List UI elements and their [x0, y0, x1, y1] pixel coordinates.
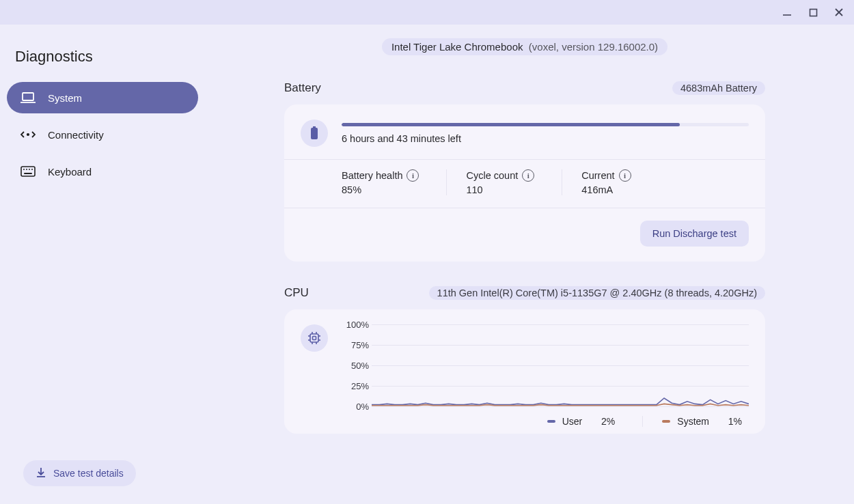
button-label: Run Discharge test [652, 228, 736, 239]
cpu-section-header: CPU 11th Gen Intel(R) Core(TM) i5-1135G7… [284, 286, 765, 300]
run-discharge-test-button[interactable]: Run Discharge test [640, 221, 749, 247]
svg-rect-17 [310, 334, 318, 342]
info-icon[interactable]: i [407, 169, 419, 182]
info-icon[interactable]: i [619, 169, 631, 182]
legend-swatch-system [662, 420, 670, 423]
battery-card: 6 hours and 43 minutes left Battery heal… [284, 104, 765, 262]
sidebar-item-label: Keyboard [48, 166, 92, 178]
window-titlebar [0, 0, 854, 25]
svg-rect-1 [810, 9, 816, 16]
current-value: 416mA [581, 184, 631, 195]
cpu-usage-chart: 100%75%50%25%0% [372, 324, 749, 406]
info-icon[interactable]: i [522, 169, 534, 182]
keyboard-icon [20, 166, 36, 177]
current-label: Current [581, 170, 614, 181]
device-detail: (voxel, version 129.16002.0) [529, 41, 658, 53]
svg-rect-7 [21, 167, 35, 176]
svg-rect-16 [311, 128, 318, 139]
laptop-icon [20, 92, 36, 104]
app-title: Diagnostics [7, 38, 198, 82]
main-content: Intel Tiger Lake Chromebook (voxel, vers… [205, 25, 854, 504]
y-axis-tick: 50% [339, 361, 369, 371]
save-button-label: Save test details [53, 468, 124, 479]
svg-rect-4 [23, 93, 33, 100]
sidebar-item-keyboard[interactable]: Keyboard [7, 156, 198, 187]
download-icon [36, 467, 46, 480]
legend-swatch-user [547, 420, 555, 423]
battery-section-header: Battery 4683mAh Battery [284, 81, 765, 95]
y-axis-tick: 75% [339, 340, 369, 350]
maximize-button[interactable] [805, 4, 821, 20]
save-test-details-button[interactable]: Save test details [23, 460, 136, 486]
battery-health-label: Battery health [342, 170, 402, 181]
battery-capacity-chip: 4683mAh Battery [672, 81, 765, 95]
sidebar-item-connectivity[interactable]: Connectivity [7, 119, 198, 150]
svg-point-6 [27, 134, 29, 135]
battery-progress-track [342, 123, 749, 126]
legend-system-label: System [677, 416, 709, 427]
battery-icon [301, 120, 328, 147]
y-axis-tick: 100% [339, 320, 369, 330]
battery-remaining-label: 6 hours and 43 minutes left [342, 133, 749, 144]
sidebar-item-system[interactable]: System [7, 82, 198, 113]
svg-rect-15 [313, 126, 316, 128]
connectivity-icon [20, 130, 36, 139]
cpu-info-chip: 11th Gen Intel(R) Core(TM) i5-1135G7 @ 2… [429, 286, 765, 300]
minimize-button[interactable] [779, 4, 795, 20]
battery-section-title: Battery [284, 81, 321, 95]
y-axis-tick: 25% [339, 381, 369, 391]
legend-user-label: User [562, 416, 583, 427]
sidebar: Diagnostics System Connectivity Keyboard [0, 25, 205, 504]
battery-progress-fill [342, 123, 680, 126]
cpu-card: 100%75%50%25%0% User 2% System 1% [284, 309, 765, 434]
svg-rect-18 [313, 337, 316, 340]
sidebar-item-label: System [48, 92, 82, 104]
device-info-chip: Intel Tiger Lake Chromebook (voxel, vers… [382, 38, 667, 55]
device-name: Intel Tiger Lake Chromebook [391, 41, 523, 53]
battery-health-value: 85% [342, 184, 419, 195]
cpu-legend: User 2% System 1% [342, 406, 749, 427]
sidebar-item-label: Connectivity [48, 129, 104, 141]
cpu-section-title: CPU [284, 286, 309, 300]
cycle-count-value: 110 [466, 184, 534, 195]
y-axis-tick: 0% [339, 402, 369, 412]
cpu-icon [301, 324, 328, 352]
cycle-count-label: Cycle count [466, 170, 518, 181]
legend-user-value: 2% [601, 416, 615, 427]
legend-system-value: 1% [728, 416, 742, 427]
close-button[interactable] [831, 4, 847, 20]
